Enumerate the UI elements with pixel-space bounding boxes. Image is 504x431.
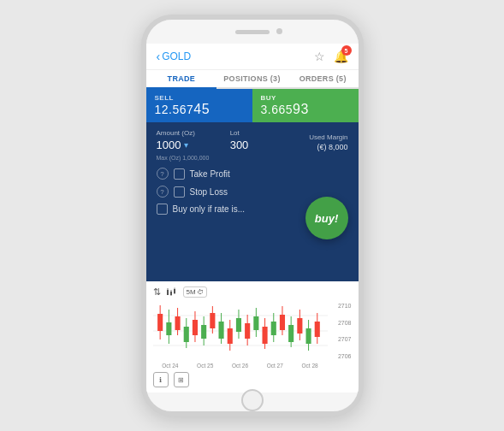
tab-bar: TRADE POSITIONS (3) ORDERS (5): [146, 70, 359, 89]
chart-y-axis: 2710 2708 2707 2706: [328, 301, 352, 361]
timeframe-value: 5M: [187, 288, 196, 296]
amount-label: Amount (Oz): [157, 129, 230, 137]
buy-price-main: 3.665: [261, 103, 294, 116]
chart-x-labels: Oct 24 Oct 25 Oct 26 Oct 27 Oct 28: [153, 363, 352, 369]
buy-label: BUY: [261, 94, 350, 102]
sell-box[interactable]: SELL 12.56745: [146, 89, 252, 122]
tab-orders[interactable]: ORDERS (5): [288, 70, 359, 87]
phone-bottom-bar: [146, 393, 359, 411]
lot-label: Lot: [230, 129, 275, 137]
svg-rect-10: [157, 314, 163, 331]
svg-rect-46: [314, 322, 319, 337]
info-icon: ℹ: [159, 376, 162, 384]
back-button[interactable]: ‹ GOLD: [157, 50, 192, 63]
take-profit-label: Take Profit: [190, 169, 230, 179]
svg-rect-32: [253, 316, 258, 330]
candlestick-chart: [153, 301, 328, 361]
chart-section: ⇅ 5M ⏱: [146, 281, 359, 393]
buy-only-checkbox[interactable]: [157, 204, 168, 215]
tab-positions[interactable]: POSITIONS (3): [216, 70, 288, 87]
notification-badge: 5: [341, 45, 352, 56]
stop-loss-label: Stop Loss: [190, 187, 228, 197]
svg-rect-30: [245, 323, 250, 339]
sell-label: SELL: [155, 94, 244, 102]
x-label-1: Oct 24: [153, 363, 188, 369]
buy-price: 3.66593: [261, 102, 350, 117]
svg-rect-38: [279, 315, 284, 330]
buy-only-row: Buy only if rate is... buy!: [157, 204, 348, 215]
stop-loss-checkbox[interactable]: [174, 186, 185, 198]
chart-canvas: [153, 301, 328, 361]
timeframe-selector[interactable]: 5M ⏱: [183, 286, 207, 298]
sell-price-main: 12.567: [155, 103, 194, 116]
sell-price: 12.56745: [155, 102, 244, 117]
svg-rect-34: [262, 327, 267, 344]
back-label: GOLD: [162, 50, 191, 62]
favorite-icon[interactable]: ☆: [314, 50, 325, 63]
take-profit-row: ? Take Profit: [157, 168, 348, 180]
chart-area: 2710 2708 2707 2706: [153, 301, 352, 361]
tab-trade[interactable]: TRADE: [146, 70, 217, 87]
svg-rect-40: [288, 325, 294, 342]
phone-home-button[interactable]: [241, 389, 264, 411]
amount-value[interactable]: 1000: [157, 139, 181, 151]
svg-rect-28: [235, 318, 240, 332]
take-profit-checkbox[interactable]: [174, 168, 185, 180]
x-label-5: Oct 28: [293, 363, 328, 369]
timeframe-clock-icon: ⏱: [197, 288, 204, 296]
phone-camera: [276, 28, 282, 34]
svg-rect-42: [297, 318, 302, 334]
buy-button[interactable]: buy!: [305, 197, 348, 239]
notification-bell[interactable]: 🔔 5: [334, 49, 348, 64]
y-label-1: 2710: [328, 303, 352, 309]
svg-rect-26: [227, 328, 232, 344]
svg-rect-12: [166, 322, 171, 335]
buy-price-big: 93: [293, 102, 309, 116]
margin-value: (€) 8,000: [274, 143, 347, 151]
svg-rect-22: [210, 313, 215, 328]
bottom-toolbar: ℹ ⊞: [153, 372, 352, 387]
phone-top-bar: [146, 20, 359, 44]
phone-screen: ‹ GOLD ☆ 🔔 5 TRADE POSITIONS (3) ORDERS …: [146, 44, 359, 393]
stop-loss-help-icon[interactable]: ?: [157, 186, 169, 198]
info-icon-btn[interactable]: ℹ: [153, 372, 169, 387]
svg-rect-20: [201, 325, 206, 339]
svg-rect-36: [270, 322, 276, 335]
amount-row: Amount (Oz) 1000 ▾ Lot 300 Used Margin (…: [157, 129, 348, 151]
amount-dropdown-icon[interactable]: ▾: [184, 140, 188, 150]
price-section: SELL 12.56745 BUY 3.66593: [146, 89, 359, 122]
amount-value-row: 1000 ▾: [157, 139, 230, 151]
grid-icon-btn[interactable]: ⊞: [174, 372, 189, 387]
x-label-3: Oct 26: [222, 363, 258, 369]
app-header: ‹ GOLD ☆ 🔔 5: [146, 44, 359, 70]
chart-toolbar: ⇅ 5M ⏱: [153, 286, 352, 298]
lot-col: Lot 300: [230, 129, 275, 151]
phone-speaker: [235, 30, 270, 34]
trade-form: Amount (Oz) 1000 ▾ Lot 300 Used Margin (…: [146, 122, 359, 281]
margin-label: Used Margin: [274, 133, 347, 141]
phone-device: ‹ GOLD ☆ 🔔 5 TRADE POSITIONS (3) ORDERS …: [141, 15, 364, 416]
stop-loss-row: ? Stop Loss: [157, 186, 348, 198]
header-actions: ☆ 🔔 5: [314, 49, 348, 64]
candlestick-icon[interactable]: [166, 287, 178, 298]
lot-value: 300: [230, 139, 275, 151]
y-label-2: 2708: [328, 320, 352, 326]
y-label-4: 2706: [328, 353, 352, 359]
y-label-3: 2707: [328, 336, 352, 342]
grid-icon: ⊞: [178, 376, 184, 384]
margin-col: Used Margin (€) 8,000: [274, 133, 347, 151]
sell-price-big: 45: [193, 102, 210, 116]
svg-rect-14: [175, 316, 180, 330]
buy-box[interactable]: BUY 3.66593: [252, 89, 359, 122]
back-arrow-icon: ‹: [157, 50, 161, 63]
take-profit-help-icon[interactable]: ?: [157, 168, 169, 180]
x-label-4: Oct 27: [258, 363, 293, 369]
amount-col: Amount (Oz) 1000 ▾: [157, 129, 230, 151]
svg-rect-18: [192, 320, 197, 335]
sort-icon[interactable]: ⇅: [153, 286, 161, 298]
max-text: Max (Oz) 1,000,000: [157, 155, 348, 161]
svg-rect-44: [305, 328, 311, 344]
x-label-2: Oct 25: [187, 363, 222, 369]
svg-rect-24: [218, 322, 223, 339]
buy-only-label: Buy only if rate is...: [173, 204, 245, 214]
